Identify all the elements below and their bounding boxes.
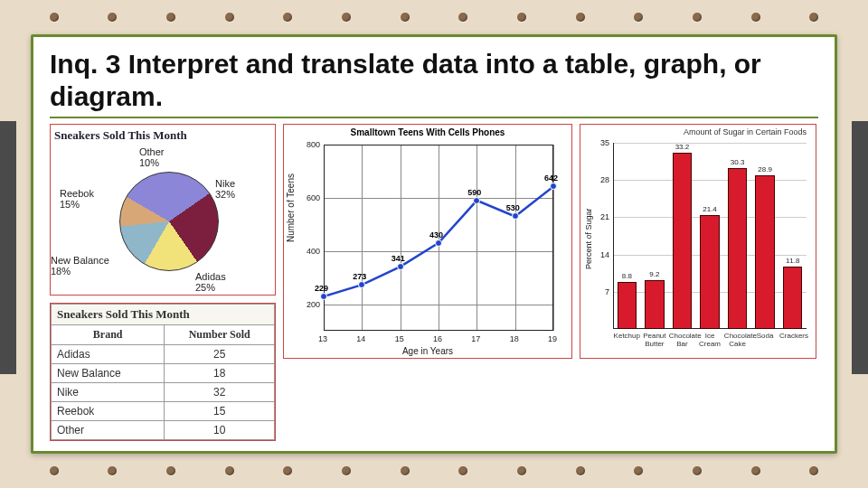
table-row: Reebok15 — [52, 402, 275, 421]
bar — [755, 175, 774, 329]
bar-value-label: 30.3 — [726, 158, 749, 166]
table-row: Adidas25 — [52, 345, 275, 364]
pie-slice-label: New Balance18% — [51, 255, 109, 277]
table-cell-value: 25 — [165, 345, 275, 364]
table-row: Nike32 — [52, 383, 275, 402]
line-point-label: 273 — [353, 272, 366, 281]
table-cell-brand: Other — [52, 421, 165, 440]
bar — [673, 153, 692, 329]
slide-panel: Inq. 3 Interpret and translate data into… — [31, 34, 837, 454]
table-title: Sneakers Sold This Month — [52, 305, 275, 325]
bar — [700, 215, 719, 329]
line-chart: Smalltown Teens With Cells Phones 200400… — [283, 124, 572, 359]
table-cell-value: 32 — [165, 383, 275, 402]
bar-title: Amount of Sugar in Certain Foods — [580, 127, 807, 136]
side-accent-left — [0, 121, 16, 374]
line-point-label: 590 — [467, 188, 481, 197]
table-cell-value: 18 — [165, 364, 275, 383]
bar-value-label: 33.2 — [671, 143, 693, 151]
line-point — [435, 239, 442, 247]
table-cell-brand: Adidas — [52, 345, 165, 364]
pie-chart: Sneakers Sold This Month Nike32%Adidas25… — [50, 124, 276, 296]
line-point — [320, 293, 327, 300]
table-col-number: Number Sold — [165, 325, 275, 345]
line-point-label: 430 — [429, 230, 443, 239]
table-cell-value: 15 — [165, 402, 275, 421]
pie-graphic — [119, 172, 219, 271]
line-title: Smalltown Teens With Cells Phones — [284, 127, 571, 137]
line-point-label: 229 — [315, 284, 328, 293]
line-point-label: 642 — [544, 174, 558, 183]
bar-category-label: Chocolate Cake — [724, 332, 750, 348]
bar-category-label: Crackers — [779, 332, 806, 340]
decorative-dots-top — [0, 7, 868, 27]
pie-slice-label: Reebok15% — [60, 188, 94, 210]
bar-value-label: 28.9 — [753, 165, 776, 174]
bar-category-label: Soda — [751, 332, 778, 340]
bar-category-label: Ketchup — [614, 332, 640, 340]
bar — [645, 280, 664, 329]
table-col-brand: Brand — [52, 325, 165, 345]
side-accent-right — [852, 121, 868, 374]
bar-value-label: 8.8 — [616, 272, 638, 280]
bar-value-label: 11.8 — [781, 257, 804, 265]
table-cell-brand: New Balance — [52, 364, 165, 383]
charts-area: Sneakers Sold This Month Nike32%Adidas25… — [50, 124, 818, 431]
line-ylabel: Number of Teens — [286, 174, 296, 242]
bar-value-label: 9.2 — [643, 270, 665, 278]
pie-slice-label: Other10% — [139, 146, 165, 168]
bar-chart: Amount of Sugar in Certain Foods Percent… — [580, 124, 816, 359]
line-point-label: 341 — [392, 254, 405, 263]
bar — [618, 282, 637, 329]
table-cell-brand: Reebok — [52, 402, 165, 421]
bar-category-label: Chocolate Bar — [669, 332, 695, 348]
pie-title: Sneakers Sold This Month — [54, 128, 271, 143]
pie-slice-label: Nike32% — [215, 178, 235, 200]
line-point — [397, 263, 404, 270]
pie-slice-label: Adidas25% — [195, 271, 226, 293]
decorative-dots-bottom — [0, 461, 868, 481]
bar-category-label: Peanut Butter — [641, 332, 667, 348]
line-xlabel: Age in Years — [284, 346, 571, 356]
bar — [783, 267, 802, 329]
table-row: Other10 — [52, 421, 275, 440]
bar — [728, 168, 747, 329]
table-cell-value: 10 — [165, 421, 275, 440]
line-point-label: 530 — [506, 203, 520, 212]
bar-value-label: 21.4 — [698, 205, 721, 213]
table-cell-brand: Nike — [52, 383, 165, 402]
bar-category-label: Ice Cream — [696, 332, 722, 348]
bar-ylabel: Percent of Sugar — [584, 208, 593, 269]
table-row: New Balance18 — [52, 364, 275, 383]
data-table: Sneakers Sold This Month Brand Number So… — [50, 303, 276, 441]
slide-title: Inq. 3 Interpret and translate data into… — [50, 48, 818, 118]
line-point — [550, 183, 557, 190]
